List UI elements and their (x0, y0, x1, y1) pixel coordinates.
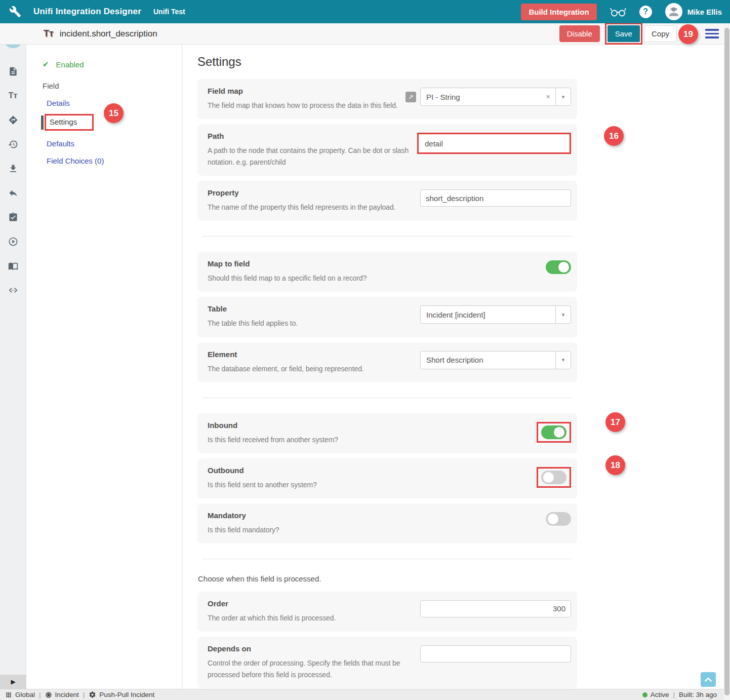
build-integration-button[interactable]: Build Integration (521, 4, 596, 20)
sidebar-item-details[interactable]: Details (47, 99, 70, 107)
table-desc: The table this field applies to. (208, 318, 420, 329)
table-row: Table The table this field applies to. I… (197, 297, 577, 337)
preview-glasses-icon[interactable] (610, 6, 626, 17)
copy-button[interactable]: Copy (644, 25, 677, 42)
text-fields-icon[interactable]: Tт (8, 90, 19, 101)
history-icon[interactable] (8, 139, 19, 150)
app-title: Unifi Integration Designer (33, 7, 141, 17)
mandatory-desc: Is this field mandatory? (208, 524, 420, 536)
mandatory-toggle[interactable] (546, 512, 571, 526)
save-button[interactable]: Save (607, 25, 640, 42)
table-label: Table (208, 304, 420, 313)
app-header: Unifi Integration Designer Unifi Test Bu… (0, 0, 730, 23)
environment-name[interactable]: Unifi Test (153, 8, 185, 16)
outbound-toggle[interactable] (541, 471, 566, 484)
docs-book-icon[interactable] (8, 260, 19, 271)
clear-icon[interactable]: × (541, 93, 555, 101)
property-row: Property The name of the property this f… (197, 181, 577, 221)
record-actions: Disable Save Copy (559, 23, 677, 45)
status-bar: Global | Incident | Push-Pull Incident A… (0, 689, 730, 700)
integration-item[interactable]: Incident (45, 691, 79, 698)
inbound-row: Inbound Is this field received from anot… (197, 413, 577, 453)
annotation-badge-19: 19 (678, 24, 698, 44)
map-to-field-toggle[interactable] (546, 260, 571, 274)
enabled-label: Enabled (56, 60, 84, 69)
annotation-badge-17: 17 (605, 412, 625, 432)
statusbar-separator: | (39, 691, 41, 698)
undo-arrow-icon[interactable] (8, 187, 19, 199)
sidebar-item-field-choices[interactable]: Field Choices (0) (47, 157, 104, 165)
order-input[interactable] (420, 600, 571, 617)
user-name: Mike Ellis (687, 8, 722, 16)
process-item[interactable]: Push-Pull Incident (89, 691, 154, 698)
path-desc: A path to the node that contains the pro… (208, 145, 417, 168)
scrollbar-thumb[interactable] (724, 28, 729, 695)
scope-label: Global (15, 691, 35, 698)
document-icon[interactable] (8, 66, 19, 77)
depends-on-input[interactable] (420, 645, 571, 663)
annotation-badge-18: 18 (605, 455, 625, 475)
field-map-row: Field map The field map that knows how t… (197, 79, 577, 119)
sidebar-item-settings[interactable]: Settings (45, 114, 94, 131)
property-input[interactable] (420, 189, 571, 207)
scope-item[interactable]: Global (5, 691, 35, 698)
element-value: Short description (421, 356, 555, 364)
path-row: Path A path to the node that contains th… (197, 124, 577, 176)
enabled-status: ✔ Enabled (43, 60, 182, 69)
save-highlight-box: Save (605, 23, 642, 45)
map-to-field-row: Map to field Should this field map to a … (197, 252, 577, 292)
wrench-icon[interactable] (9, 6, 21, 18)
download-icon[interactable] (8, 163, 19, 174)
property-label: Property (208, 188, 420, 197)
field-map-combobox[interactable]: PI - String × ▾ (420, 88, 571, 106)
chevron-down-icon[interactable]: ▾ (555, 352, 571, 369)
directions-icon[interactable] (8, 114, 19, 126)
path-highlight-box (417, 133, 571, 154)
scrollbar-track[interactable] (724, 23, 730, 700)
chevron-down-icon[interactable]: ▾ (555, 306, 571, 323)
outbound-desc: Is this field sent to another system? (208, 479, 420, 491)
element-desc: The database element, or field, being re… (208, 363, 420, 375)
rail-expander-arrow[interactable]: ▶ (0, 675, 26, 689)
statusbar-separator: | (83, 691, 85, 698)
statusbar-separator: | (673, 691, 675, 698)
mandatory-label: Mandatory (208, 511, 425, 520)
path-input[interactable] (419, 135, 569, 152)
map-to-field-label: Map to field (208, 259, 425, 268)
active-label: Active (651, 691, 669, 698)
sidebar-item-defaults[interactable]: Defaults (47, 139, 74, 148)
field-sidenav: ✔ Enabled Field Details Settings Default… (26, 45, 182, 689)
disable-button[interactable]: Disable (559, 25, 600, 42)
field-map-desc: The field map that knows how to process … (208, 100, 405, 111)
element-select[interactable]: Short description ▾ (420, 351, 571, 369)
order-desc: The order at which this field is process… (208, 612, 420, 624)
scroll-to-top-button[interactable] (701, 672, 716, 687)
inbound-desc: Is this field received from another syst… (208, 434, 420, 446)
order-row: Order The order at which this field is p… (197, 592, 577, 632)
record-title: incident.short_description (60, 29, 157, 39)
depends-on-desc: Control the order of processing. Specify… (208, 657, 420, 681)
section-divider (202, 559, 572, 559)
code-icon[interactable] (8, 285, 19, 296)
inbound-highlight-box (537, 422, 571, 443)
path-label: Path (208, 132, 417, 140)
order-label: Order (208, 599, 420, 608)
outbound-row: Outbound Is this field sent to another s… (197, 458, 577, 498)
user-menu[interactable]: Mike Ellis (665, 3, 722, 20)
menu-hamburger-icon[interactable] (705, 29, 719, 41)
field-map-label: Field map (208, 87, 405, 95)
built-label: Built: 3h ago (679, 691, 717, 698)
user-avatar-icon[interactable] (665, 3, 682, 20)
icon-rail: PI Tт ▶ (0, 23, 26, 689)
chevron-down-icon[interactable]: ▾ (555, 88, 571, 105)
help-icon[interactable]: ? (639, 6, 652, 18)
header-actions: Build Integration ? Mike Ellis (521, 3, 722, 20)
inbound-label: Inbound (208, 421, 425, 430)
outbound-label: Outbound (208, 466, 425, 475)
play-circle-icon[interactable] (8, 236, 19, 247)
open-record-icon[interactable]: ↗ (405, 92, 416, 102)
tasks-clipboard-icon[interactable] (8, 212, 19, 223)
table-select[interactable]: Incident [incident] ▾ (420, 305, 571, 324)
active-indicator-bar (41, 115, 44, 130)
inbound-toggle[interactable] (541, 425, 566, 439)
